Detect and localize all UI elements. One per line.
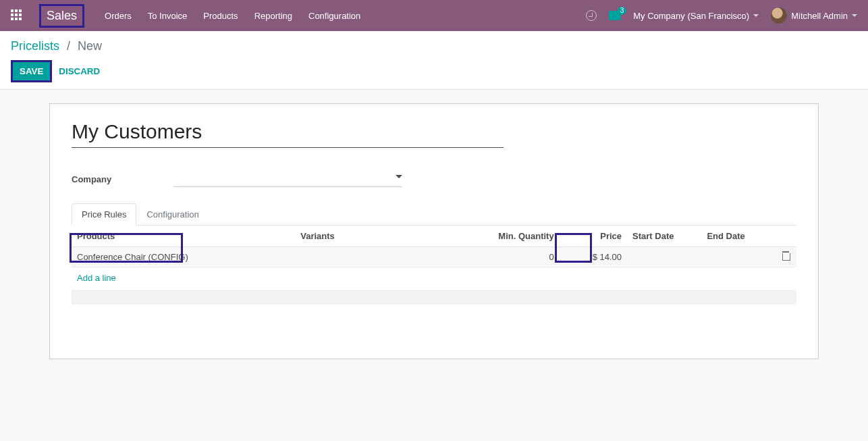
nav-orders[interactable]: Orders	[105, 11, 132, 21]
cell-start-date[interactable]	[627, 247, 701, 267]
cell-price[interactable]: $ 14.00	[560, 247, 627, 267]
table-footer-strip	[72, 290, 796, 305]
nav-products[interactable]: Products	[203, 11, 238, 21]
company-field-label: Company	[72, 174, 174, 184]
form-sheet: Company Price Rules Configuration Produc…	[49, 103, 819, 359]
tab-configuration[interactable]: Configuration	[136, 203, 209, 225]
cell-end-date[interactable]	[701, 247, 776, 267]
chevron-down-icon	[753, 14, 759, 17]
save-button[interactable]: Save	[11, 60, 52, 82]
chevron-down-icon[interactable]	[396, 175, 402, 178]
company-selector[interactable]: My Company (San Francisco)	[633, 11, 759, 21]
nav-configuration[interactable]: Configuration	[308, 11, 360, 21]
col-start-date: Start Date	[627, 226, 701, 247]
nav-items: Orders To Invoice Products Reporting Con…	[105, 11, 360, 21]
breadcrumb-separator: /	[67, 39, 70, 53]
breadcrumb: Pricelists / New	[11, 39, 857, 53]
tab-price-rules[interactable]: Price Rules	[72, 203, 136, 226]
breadcrumb-leaf: New	[78, 39, 102, 53]
col-delete	[776, 226, 796, 247]
chevron-down-icon	[852, 14, 857, 17]
activity-icon[interactable]	[586, 10, 597, 21]
pricelist-name-input[interactable]	[72, 120, 504, 148]
cell-variants[interactable]	[295, 247, 471, 267]
breadcrumb-root[interactable]: Pricelists	[11, 39, 59, 53]
col-end-date: End Date	[701, 226, 776, 247]
control-panel: Pricelists / New Save Discard	[0, 31, 868, 90]
cell-delete[interactable]	[776, 247, 796, 267]
discard-button[interactable]: Discard	[59, 66, 100, 76]
user-menu[interactable]: Mitchell Admin	[771, 7, 857, 24]
cell-min-qty[interactable]: 0	[471, 247, 559, 267]
col-variants: Variants	[295, 226, 471, 247]
company-name: My Company (San Francisco)	[633, 11, 749, 21]
company-field-input[interactable]	[174, 171, 402, 187]
nav-reporting[interactable]: Reporting	[254, 11, 292, 21]
col-price: Price	[560, 226, 627, 247]
avatar	[771, 7, 787, 24]
topbar: Sales Orders To Invoice Products Reporti…	[0, 0, 868, 31]
messaging-icon[interactable]: 3	[609, 11, 621, 20]
user-name: Mitchell Admin	[791, 11, 848, 21]
col-min-qty: Min. Quantity	[471, 226, 559, 247]
cell-product[interactable]: Conference Chair (CONFIG)	[72, 247, 295, 267]
price-rules-table: Products Variants Min. Quantity Price St…	[72, 226, 796, 267]
col-products: Products	[72, 226, 295, 247]
message-count-badge: 3	[618, 7, 627, 15]
add-line-link[interactable]: Add a line	[72, 267, 121, 286]
apps-icon[interactable]	[11, 9, 23, 22]
tabs: Price Rules Configuration	[72, 203, 796, 226]
nav-to-invoice[interactable]: To Invoice	[148, 11, 188, 21]
trash-icon[interactable]	[782, 251, 790, 261]
app-brand[interactable]: Sales	[39, 4, 84, 28]
table-row[interactable]: Conference Chair (CONFIG) 0 $ 14.00	[72, 247, 796, 267]
